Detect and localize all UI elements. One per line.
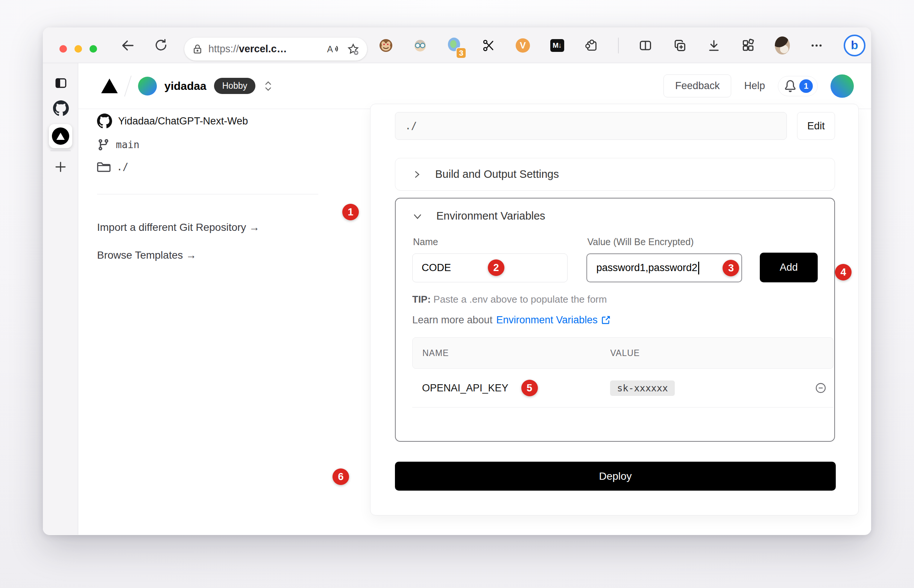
svg-text:A: A [327,44,333,54]
annotation-badge-4: 4 [835,264,852,281]
breadcrumb-slash [124,76,132,97]
url-text: https://vercel.c… [209,43,287,55]
annotation-badge-5: 5 [521,380,538,396]
apps-launcher-icon[interactable] [741,38,755,53]
vercel-header: yidadaa Hobby Feedback Help 1 [78,63,871,109]
team-switcher-chevrons[interactable] [264,81,273,91]
branch-name: main [116,139,139,150]
tab-github-icon[interactable] [53,100,69,116]
environment-variables-section: Environment Variables Name CODE 2 [395,198,835,442]
env-name-input[interactable]: CODE 2 [412,254,568,282]
new-tab-button[interactable] [54,160,67,174]
user-avatar[interactable] [830,74,854,98]
tab-panel-icon[interactable] [54,76,68,90]
build-settings-title: Build and Output Settings [435,168,559,181]
zoom-window-button[interactable] [89,45,97,53]
vercel-logo[interactable] [101,79,118,93]
configure-project-card: ./ Edit Build and Output Settings Enviro… [370,104,859,515]
refresh-button[interactable] [154,38,168,52]
env-row-value: sk-xxxxxx [610,380,675,396]
markdown-download-extension-icon[interactable]: M↓ [550,39,565,52]
collections-icon[interactable] [672,38,687,53]
browser-toolbar: https://vercel.c… A 3 [43,27,871,63]
vercel-favicon [52,128,69,145]
env-tip: TIP: Paste a .env above to populate the … [412,294,818,305]
bing-chat-icon[interactable]: b [843,35,866,57]
minus-circle-icon [815,382,827,394]
import-page: Yidadaa/ChatGPT-Next-Web main ./ Import … [78,109,871,535]
extension-row: 3 V M↓ [379,27,866,63]
annotation-badge-6: 6 [333,468,349,485]
feedback-button[interactable]: Feedback [663,74,731,97]
env-value-label: Value (Will Be Encrypted) [587,236,742,247]
env-value-input[interactable]: password1,password2 3 [586,254,742,282]
downloads-icon[interactable] [706,38,721,53]
env-row-name: OPENAI_API_KEY [422,382,508,394]
import-different-repo-link[interactable]: Import a different Git Repository → [97,221,259,233]
env-table-header: NAME VALUE [412,337,833,369]
env-accordion-header[interactable]: Environment Variables [412,210,818,222]
repo-name: Yidadaa/ChatGPT-Next-Web [118,115,248,127]
git-branch-icon [97,138,110,151]
notification-count-badge: 1 [799,79,813,93]
close-window-button[interactable] [60,45,67,53]
notifications-button[interactable]: 1 [778,76,818,96]
build-settings-accordion[interactable]: Build and Output Settings [395,158,835,191]
annotation-badge-3: 3 [723,260,739,276]
annotation-badge-2: 2 [488,259,505,276]
browser-window: https://vercel.c… A 3 [43,27,871,535]
bell-icon [784,80,796,92]
read-aloud-icon[interactable]: A [327,43,340,56]
root-directory-input[interactable]: ./ [395,112,787,140]
env-table-name-header: NAME [413,348,610,358]
grandma-extension-icon[interactable] [413,38,428,53]
env-learn-more: Learn more about Environment Variables [412,314,818,326]
root-directory: ./ [116,161,128,173]
external-link-icon [601,315,610,325]
back-button[interactable] [120,38,136,53]
folder-icon [97,160,111,174]
blue-circle-extension-icon[interactable]: 3 [447,37,462,54]
scissors-extension-icon[interactable] [481,38,496,53]
add-favorite-icon[interactable] [347,43,359,56]
text-caret [698,262,699,275]
browse-templates-link[interactable]: Browse Templates → [97,249,196,261]
env-table-value-header: VALUE [610,348,640,358]
env-name-label: Name [413,236,568,247]
lock-icon [192,44,203,55]
add-env-button[interactable]: Add [760,253,818,282]
env-docs-link[interactable]: Environment Variables [496,314,610,326]
tab-vercel-active[interactable] [49,124,72,148]
env-title: Environment Variables [436,210,545,222]
address-bar[interactable]: https://vercel.c… A [184,37,367,61]
extensions-puzzle-icon[interactable] [584,38,599,53]
toolbar-divider [618,37,619,53]
more-menu-icon[interactable] [809,39,824,52]
chevron-down-icon [412,211,423,221]
left-divider [97,194,318,194]
v-extension-icon[interactable]: V [515,38,531,53]
profile-avatar[interactable] [775,37,790,55]
env-table: NAME VALUE OPENAI_API_KEY 5 sk-xxxxxx [412,337,833,407]
repo-summary-panel: Yidadaa/ChatGPT-Next-Web main ./ Import … [97,109,345,261]
env-table-row: OPENAI_API_KEY 5 sk-xxxxxx [412,369,833,407]
minimize-window-button[interactable] [74,45,82,53]
split-screen-icon[interactable] [638,38,653,53]
deploy-button[interactable]: Deploy [395,462,836,491]
edit-root-directory-button[interactable]: Edit [797,112,835,140]
vertical-tab-strip [43,63,78,535]
chevron-right-icon [412,170,422,179]
github-icon [97,113,112,129]
plan-badge: Hobby [214,78,256,94]
team-name[interactable]: yidadaa [164,80,207,92]
remove-env-button[interactable] [815,382,827,394]
desktop-background: https://vercel.c… A 3 [0,0,914,588]
tampermonkey-extension-icon[interactable] [379,38,393,53]
help-link[interactable]: Help [744,80,765,92]
env-row-divider [412,407,833,407]
extension-badge-count: 3 [456,47,466,59]
annotation-badge-1: 1 [342,204,359,220]
team-avatar[interactable] [138,77,157,95]
tab-divider [50,150,71,151]
